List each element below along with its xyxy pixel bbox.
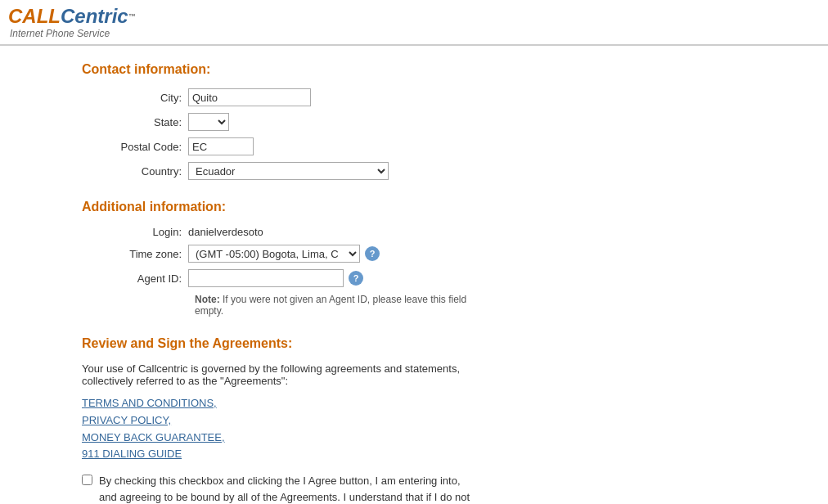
agentid-help-icon[interactable]: ? — [349, 271, 363, 286]
terms-link[interactable]: TERMS AND CONDITIONS, — [82, 395, 630, 412]
agreements-links: TERMS AND CONDITIONS, PRIVACY POLICY, MO… — [82, 395, 630, 463]
timezone-row: Time zone: (GMT -05:00) Bogota, Lima, C … — [82, 245, 630, 263]
login-label: Login: — [82, 226, 188, 238]
logo-call: CALL — [8, 7, 61, 26]
agreements-heading: Review and Sign the Agreements: — [82, 336, 630, 351]
note-text: If you were not given an Agent ID, pleas… — [195, 294, 466, 317]
privacy-link[interactable]: PRIVACY POLICY, — [82, 412, 630, 430]
dialing-guide-link[interactable]: 911 DIALING GUIDE — [82, 446, 630, 463]
contact-heading: Contact information: — [82, 62, 630, 77]
checkbox-label: By checking this checkbox and clicking t… — [99, 473, 475, 504]
city-row: City: — [82, 88, 630, 106]
agentid-note: Note: If you were not given an Agent ID,… — [195, 294, 489, 317]
state-label: State: — [82, 116, 188, 128]
logo: CALLCentric™ — [8, 7, 136, 26]
city-input[interactable] — [188, 88, 311, 106]
note-label: Note: — [195, 294, 220, 305]
checkbox-area: By checking this checkbox and clicking t… — [82, 473, 475, 504]
timezone-select[interactable]: (GMT -05:00) Bogota, Lima, C (GMT -05:00… — [188, 245, 360, 263]
login-row: Login: danielverdesoto — [82, 226, 630, 238]
login-value: danielverdesoto — [188, 226, 263, 238]
postal-label: Postal Code: — [82, 141, 188, 153]
country-row: Country: Ecuador United States Canada Co… — [82, 162, 630, 180]
logo-container: CALLCentric™ Internet Phone Service — [8, 7, 820, 39]
agentid-label: Agent ID: — [82, 272, 188, 285]
postal-row: Postal Code: — [82, 137, 630, 155]
main-content: Contact information: City: State: Postal… — [0, 46, 655, 504]
moneyback-link[interactable]: MONEY BACK GUARANTEE, — [82, 430, 630, 447]
city-label: City: — [82, 92, 188, 104]
logo-tagline: Internet Phone Service — [10, 28, 110, 39]
country-select[interactable]: Ecuador United States Canada Colombia Pe… — [188, 162, 389, 180]
agreements-intro: Your use of Callcentric is governed by t… — [82, 362, 475, 387]
timezone-label: Time zone: — [82, 248, 188, 260]
agree-checkbox[interactable] — [82, 475, 92, 485]
agentid-row: Agent ID: ? — [82, 269, 630, 287]
country-label: Country: — [82, 165, 188, 178]
agreements-section: Review and Sign the Agreements: Your use… — [82, 336, 630, 504]
timezone-help-icon[interactable]: ? — [365, 246, 380, 261]
postal-input[interactable] — [188, 137, 254, 155]
additional-heading: Additional information: — [82, 200, 630, 214]
contact-section: Contact information: City: State: Postal… — [82, 62, 630, 180]
logo-centric: Centric — [61, 7, 128, 26]
additional-section: Additional information: Login: danielver… — [82, 200, 630, 317]
agentid-input[interactable] — [188, 269, 344, 287]
state-row: State: — [82, 113, 630, 131]
logo-tm: ™ — [128, 13, 136, 20]
state-select[interactable] — [188, 113, 229, 131]
header: CALLCentric™ Internet Phone Service — [0, 0, 828, 45]
